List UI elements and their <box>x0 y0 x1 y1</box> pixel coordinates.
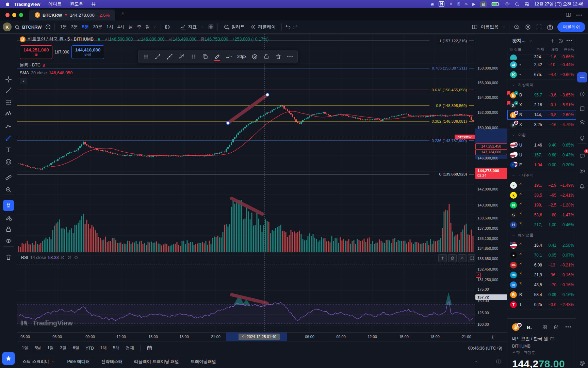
watchlist-row[interactable]: H지217,1,000.46% <box>507 220 576 230</box>
bottom-tab-3[interactable]: 전략테스터 <box>101 359 122 365</box>
drawing-delete-icon[interactable] <box>274 52 283 61</box>
interval-주[interactable]: 주 <box>135 22 143 31</box>
hide-drawings-button[interactable] <box>3 235 14 246</box>
detail-name[interactable]: 비트코인 / 한국 원 <box>512 336 548 342</box>
layout-chevron-icon[interactable] <box>502 25 506 29</box>
watchlist-row[interactable]: ●지191,−2,9−1.49% <box>507 181 576 190</box>
interval-1분[interactable]: 1분 <box>58 22 69 31</box>
rsi-legend-actions[interactable]: ∅ ∅ ∅ <box>61 255 79 260</box>
rsi-legend-label[interactable]: RSI <box>21 255 28 260</box>
watchlist-row[interactable]: ●지70.10.050.07% <box>507 250 576 260</box>
redo-icon[interactable] <box>292 24 298 30</box>
goto-date-icon[interactable] <box>147 345 152 351</box>
clock-utc[interactable]: 00:46:36 (UTC+9) <box>468 346 502 351</box>
time-axis[interactable]: 03:0006:0009:0012:0015:0018:0021:0006:00… <box>17 332 475 341</box>
range-전체[interactable]: 전체 <box>126 345 134 351</box>
range-3달[interactable]: 3달 <box>60 345 66 351</box>
watchlist-row[interactable]: X▲X2.16−0.1−5.91% <box>507 100 576 110</box>
traffic-zoom-button[interactable] <box>19 13 23 17</box>
interval-달[interactable]: 달 <box>143 22 152 31</box>
menubar-status-icon[interactable]: ⍐ <box>457 2 460 6</box>
traffic-minimize-button[interactable] <box>12 13 16 17</box>
ideas-rail-button[interactable] <box>577 133 587 143</box>
traffic-close-button[interactable] <box>5 13 10 17</box>
menubar-status-icon[interactable]: ▶ <box>472 2 475 6</box>
user-avatar[interactable]: K <box>3 22 12 31</box>
lock-drawings-button[interactable] <box>3 224 14 235</box>
watchlist-row[interactable]: ✶E1.040.000.20% <box>507 160 576 170</box>
quick-search-icon[interactable] <box>513 24 520 30</box>
streams-rail-button[interactable] <box>577 166 587 177</box>
compare-add-icon[interactable] <box>45 24 51 30</box>
battery-icon[interactable] <box>491 0 500 8</box>
interval-1시[interactable]: 1시 <box>104 22 115 31</box>
range-YTD[interactable]: YTD <box>85 346 94 351</box>
sell-button[interactable]: 144,251,000 셀 <box>20 45 52 59</box>
watchlist-row[interactable]: ₿B144,−3,8−2.60% <box>507 110 576 120</box>
range-1달[interactable]: 1달 <box>47 345 54 351</box>
bottom-tab-1[interactable]: 스탁 스크리너 <box>22 359 55 365</box>
watchlist-row[interactable]: ●U157.0.680.43% <box>507 150 576 160</box>
settings-icon[interactable] <box>525 24 531 30</box>
watchlist-row[interactable]: 500지6,08−13.−0.21% <box>507 260 576 270</box>
detail-grid-icon[interactable] <box>542 324 548 330</box>
watchlist-row[interactable]: 30지43,5−70−0.16% <box>507 280 576 290</box>
detail-more-icon[interactable]: ••• <box>565 325 572 329</box>
apple-logo-icon[interactable] <box>5 1 10 7</box>
indicators-chevron-icon[interactable] <box>200 25 205 29</box>
menu-view[interactable]: 뷰 <box>91 1 96 7</box>
watchlist-row[interactable]: 100지21,9−36.−0.16% <box>507 270 576 280</box>
undo-icon[interactable] <box>285 24 291 30</box>
symbol-search-button[interactable]: BTCKRW <box>21 23 44 31</box>
forecast-tool[interactable] <box>3 120 14 131</box>
watchlist-section-국내주식[interactable]: 국내주식 <box>507 170 576 181</box>
interval-4시[interactable]: 4시 <box>115 22 126 31</box>
favorites-star-button[interactable] <box>2 352 15 365</box>
menubar-status-icon[interactable]: ◉ <box>430 2 434 6</box>
menubar-datetime[interactable]: 12월 27일 (금) 오전 12:46 <box>534 1 583 7</box>
notifications-rail-button[interactable] <box>577 181 587 191</box>
ime-korean-badge[interactable]: 한 <box>480 1 487 7</box>
price-axis[interactable]: 158,000,000156,000,000154,000,000152,000… <box>475 34 507 332</box>
detail-compose-icon[interactable] <box>554 324 559 330</box>
menu-edit[interactable]: 에디트 <box>48 1 62 7</box>
new-tab-button[interactable]: + <box>121 11 125 18</box>
volume-legend-label[interactable]: 볼륨 · BTC <box>20 62 40 68</box>
external-link-icon[interactable] <box>550 337 554 341</box>
screenshot-camera-icon[interactable] <box>547 24 553 30</box>
watchlist-row[interactable]: 지16,40.412.58% <box>507 241 576 250</box>
watchlist-rail-button[interactable] <box>577 72 587 82</box>
toggles-icon[interactable] <box>524 2 529 7</box>
window-panes-icon[interactable] <box>566 12 571 18</box>
chart-style-icon[interactable] <box>164 24 170 30</box>
interval-chevron-icon[interactable] <box>152 25 157 29</box>
magnet-mode-button[interactable] <box>3 200 14 211</box>
brush-tool[interactable] <box>3 133 14 143</box>
layers-rail-button[interactable] <box>577 117 587 127</box>
chart-tab[interactable]: ₿ BTCKRW ▼ 144,278,000 −2.6% <box>29 10 115 20</box>
menu-app-name[interactable]: TradingView <box>14 2 40 7</box>
range-5해[interactable]: 5해 <box>113 345 119 351</box>
panel-maximize-icon[interactable] <box>496 359 502 364</box>
watchlist-add-icon[interactable] <box>550 38 555 44</box>
legend-title[interactable]: 비트코인 / 한국 원 · 5 · BITHUMB <box>28 36 94 42</box>
publish-button[interactable]: 퍼블리쉬 <box>557 22 585 32</box>
zoom-in-tool[interactable] <box>3 184 14 195</box>
watchlist-row[interactable]: BB58.40.090.16% <box>507 290 576 300</box>
interval-30분[interactable]: 30분 <box>91 22 104 31</box>
menubar-status-icon[interactable]: N <box>439 1 444 7</box>
watchlist-row[interactable]: TT0.25−0.0−2.48% <box>507 300 576 310</box>
menubar-status-icon[interactable]: ✳ <box>449 2 453 6</box>
col-symbol[interactable]: 심볼 <box>514 47 530 52</box>
range-1일[interactable]: 1일 <box>22 345 28 351</box>
menu-window[interactable]: 윈도우 <box>70 1 83 7</box>
alert-button[interactable]: 얼러트 <box>221 22 247 31</box>
interval-5분[interactable]: 5분 <box>80 22 91 31</box>
fib-retracement-tool[interactable] <box>3 97 14 108</box>
col-change[interactable]: 체결 <box>544 47 558 52</box>
watchlist-row[interactable]: ₿▲B95,7−3,6−3.65% <box>507 90 576 100</box>
range-1해[interactable]: 1해 <box>100 345 107 351</box>
bottom-tab-4[interactable]: 리플레이 트레이딩 패널 <box>134 359 179 365</box>
watchlist-row[interactable]: N지199,−2,5−1.28% <box>507 200 576 210</box>
watchlist-title[interactable]: 왓치... <box>512 38 526 44</box>
